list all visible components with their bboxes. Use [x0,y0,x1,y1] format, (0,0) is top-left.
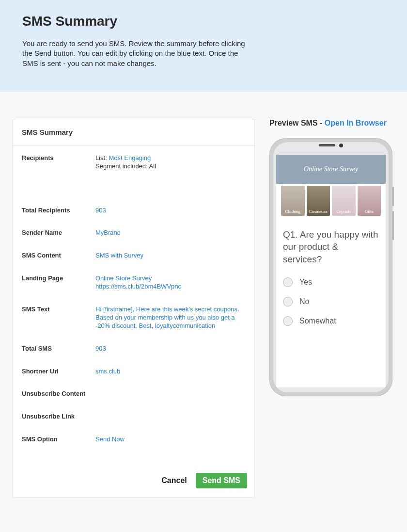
survey-header: Online Store Survey [276,155,386,184]
label-total-sms: Total SMS [22,345,95,353]
hero-banner: SMS Summary You are ready to send you SM… [0,0,407,92]
option-yes[interactable]: Yes [283,273,379,292]
option-label: Somewhat [299,317,336,325]
row-unsubscribe-content: Unsubscribe Content [22,390,246,398]
value-total-sms[interactable]: 903 [95,345,106,352]
label-unsubscribe-content: Unsubscribe Content [22,390,95,398]
label-landing-page: Landing Page [22,274,95,283]
label-total-recipients: Total Recipients [22,207,95,215]
option-label: Yes [299,278,312,287]
row-sender-name: Sender Name MyBrand [22,229,246,237]
label-sms-option: SMS Option [22,435,95,444]
phone-inner: Online Store Survey Clothing Cosmetics C… [273,142,389,392]
value-sms-text[interactable]: Hi [firstname], Here are this week's sec… [95,306,239,329]
option-label: No [299,297,309,306]
recipients-list-link[interactable]: Most Engaging [109,154,151,161]
preview-title: Preview SMS - Open In Browser [269,119,394,128]
option-somewhat[interactable]: Somewhat [283,311,379,331]
row-recipients: Recipients List: Most Engaging Segment i… [22,154,246,171]
label-recipients: Recipients [22,154,95,162]
survey-thumbs: Clothing Cosmetics Crystals Gifts [276,184,386,220]
main-content: SMS Summary Recipients List: Most Engagi… [0,92,407,517]
landing-page-name[interactable]: Online Store Survey [95,274,246,283]
row-total-recipients: Total Recipients 903 [22,207,246,215]
survey-title: Online Store Survey [304,165,358,173]
value-total-recipients[interactable]: 903 [95,207,106,214]
camera-icon [339,144,343,147]
radio-icon [283,316,293,326]
label-shortner-url: Shortner Url [22,368,95,376]
preview-title-text: Preview SMS - [269,119,325,127]
row-total-sms: Total SMS 903 [22,345,246,353]
row-shortner-url: Shortner Url sms.club [22,368,246,376]
page-title: SMS Summary [22,14,385,29]
label-unsubscribe-link: Unsubscribe Link [22,413,95,421]
summary-card: SMS Summary Recipients List: Most Engagi… [13,119,255,498]
value-sender-name[interactable]: MyBrand [95,229,121,236]
row-landing-page: Landing Page Online Store Survey https:/… [22,274,246,291]
card-body: Recipients List: Most Engaging Segment i… [13,145,254,468]
speaker-icon [319,144,335,146]
thumb-crystals[interactable]: Crystals [332,186,356,216]
phone-frame: Online Store Survey Clothing Cosmetics C… [269,138,392,396]
radio-icon [283,277,293,287]
card-title: SMS Summary [13,119,254,145]
send-sms-button[interactable]: Send SMS [196,473,247,488]
phone-screen[interactable]: Online Store Survey Clothing Cosmetics C… [276,155,386,387]
thumb-gifts[interactable]: Gifts [358,186,381,216]
page-description: You are ready to send you SMS. Review th… [22,39,255,68]
survey-options: Yes No Somewhat [276,271,386,333]
phone-side-button [392,211,394,240]
survey-question: Q1. Are you happy with our product & ser… [276,220,386,271]
value-recipients: List: Most Engaging Segment included: Al… [95,154,246,171]
phone-notch [319,144,343,147]
recipients-list-prefix: List: [95,154,109,161]
label-sender-name: Sender Name [22,229,95,237]
option-no[interactable]: No [283,292,379,311]
card-footer: Cancel Send SMS [13,468,254,497]
recipients-segment: Segment included: All [95,162,246,171]
radio-icon [283,297,293,306]
preview-column: Preview SMS - Open In Browser Online Sto… [269,119,394,396]
cancel-button[interactable]: Cancel [161,476,187,485]
label-sms-text: SMS Text [22,306,95,314]
value-sms-option[interactable]: Send Now [95,435,125,443]
value-shortner-url[interactable]: sms.club [95,368,120,375]
landing-page-url[interactable]: https://sms.club/2bm4BWVpnc [95,283,246,291]
open-in-browser-link[interactable]: Open In Browser [325,119,387,127]
row-unsubscribe-link: Unsubscribe Link [22,413,246,421]
row-sms-content: SMS Content SMS with Survey [22,252,246,260]
row-sms-text: SMS Text Hi [firstname], Here are this w… [22,306,246,330]
thumb-clothing[interactable]: Clothing [281,186,305,216]
thumb-cosmetics[interactable]: Cosmetics [307,186,330,216]
label-sms-content: SMS Content [22,252,95,260]
value-sms-content[interactable]: SMS with Survey [95,252,143,259]
phone-side-button [392,187,394,206]
row-sms-option: SMS Option Send Now [22,435,246,444]
